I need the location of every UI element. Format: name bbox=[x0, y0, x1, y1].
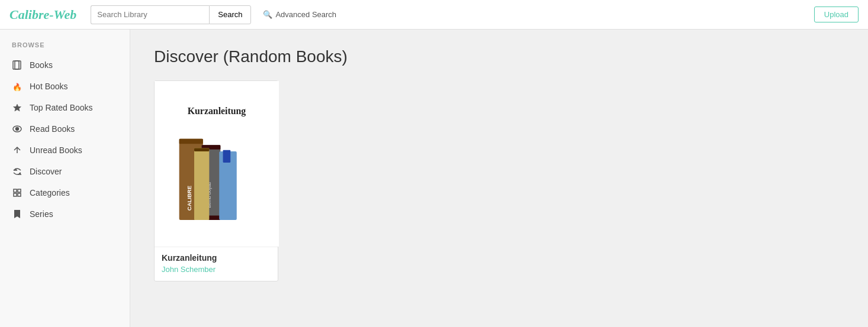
search-button[interactable]: Search bbox=[209, 5, 251, 24]
sidebar-label-unread-books: Unread Books bbox=[30, 145, 82, 155]
svg-text:Kurzanleitung: Kurzanleitung bbox=[188, 106, 246, 116]
svg-point-5 bbox=[16, 128, 19, 131]
sidebar-item-series[interactable]: Series bbox=[0, 203, 130, 225]
upload-button[interactable]: Upload bbox=[814, 7, 859, 22]
svg-rect-1 bbox=[15, 61, 21, 69]
browse-label: BROWSE bbox=[0, 41, 130, 54]
advanced-search-link[interactable]: 🔍 Advanced Search bbox=[263, 10, 336, 19]
search-input[interactable] bbox=[91, 5, 209, 24]
svg-rect-13 bbox=[179, 139, 203, 144]
categories-icon bbox=[12, 189, 22, 197]
books-icon bbox=[12, 60, 22, 70]
book-info: Kurzanleitung John Schember bbox=[155, 247, 278, 281]
sidebar-item-categories[interactable]: Categories bbox=[0, 182, 130, 203]
svg-text:🔥: 🔥 bbox=[12, 82, 22, 91]
book-author[interactable]: John Schember bbox=[162, 265, 271, 274]
book-cover: Kurzanleitung CALIBRE Bernd Goyad bbox=[155, 81, 279, 247]
star-icon bbox=[12, 103, 22, 112]
sidebar-label-read-books: Read Books bbox=[30, 124, 75, 134]
book-title: Kurzanleitung bbox=[162, 253, 271, 263]
sidebar-item-books[interactable]: Books bbox=[0, 54, 130, 76]
discover-icon bbox=[12, 167, 22, 176]
svg-text:CALIBRE: CALIBRE bbox=[186, 186, 192, 211]
svg-rect-19 bbox=[194, 148, 209, 220]
logo[interactable]: Calibre-Web bbox=[9, 7, 76, 22]
header: Calibre-Web Search 🔍 Advanced Search Upl… bbox=[0, 0, 868, 30]
sidebar-item-unread-books[interactable]: Unread Books bbox=[0, 140, 130, 161]
eye-icon bbox=[12, 125, 22, 132]
sidebar: BROWSE Books 🔥 Hot Books Top Rated Books… bbox=[0, 30, 130, 327]
sidebar-item-read-books[interactable]: Read Books bbox=[0, 118, 130, 140]
svg-rect-20 bbox=[194, 148, 209, 151]
sidebar-label-top-rated: Top Rated Books bbox=[30, 103, 93, 112]
sidebar-label-discover: Discover bbox=[30, 167, 62, 176]
svg-marker-3 bbox=[14, 104, 21, 111]
unread-icon bbox=[12, 145, 22, 155]
advanced-search-label: Advanced Search bbox=[275, 10, 336, 19]
svg-rect-22 bbox=[223, 150, 231, 163]
sidebar-item-discover[interactable]: Discover bbox=[0, 161, 130, 182]
books-grid: Kurzanleitung CALIBRE Bernd Goyad bbox=[154, 80, 844, 281]
search-icon: 🔍 bbox=[263, 10, 272, 19]
svg-rect-6 bbox=[14, 189, 17, 192]
page-title: Discover (Random Books) bbox=[154, 47, 844, 66]
search-form: Search bbox=[91, 5, 251, 24]
sidebar-item-hot-books[interactable]: 🔥 Hot Books bbox=[0, 76, 130, 97]
svg-rect-8 bbox=[14, 193, 17, 196]
svg-rect-7 bbox=[18, 189, 21, 192]
sidebar-label-series: Series bbox=[30, 209, 53, 219]
sidebar-label-books: Books bbox=[30, 60, 53, 70]
series-icon bbox=[12, 209, 22, 219]
sidebar-label-hot-books: Hot Books bbox=[30, 82, 68, 91]
hot-icon: 🔥 bbox=[12, 82, 22, 91]
svg-rect-9 bbox=[18, 193, 21, 196]
sidebar-item-top-rated[interactable]: Top Rated Books bbox=[0, 97, 130, 118]
book-card[interactable]: Kurzanleitung CALIBRE Bernd Goyad bbox=[154, 80, 278, 281]
layout: BROWSE Books 🔥 Hot Books Top Rated Books… bbox=[0, 30, 868, 327]
main-content: Discover (Random Books) Kurzanleitung CA… bbox=[130, 30, 868, 327]
svg-rect-0 bbox=[13, 61, 19, 69]
sidebar-label-categories: Categories bbox=[30, 188, 70, 198]
